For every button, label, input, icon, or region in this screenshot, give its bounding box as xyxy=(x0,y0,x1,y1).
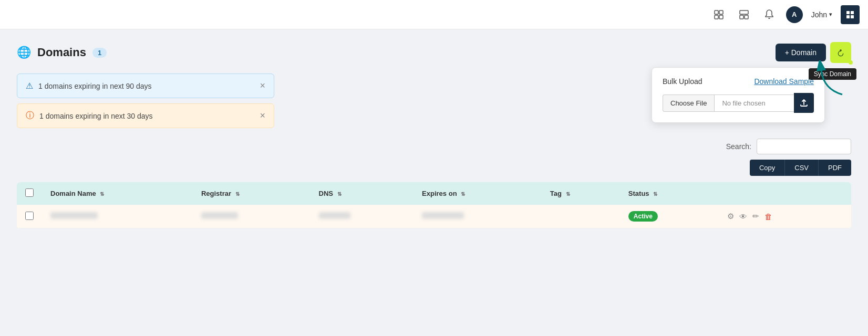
sort-icon-expires[interactable]: ⇅ xyxy=(461,191,465,197)
bulk-upload-dropdown: Bulk Upload Download Sample Choose File … xyxy=(652,67,825,123)
header-dns: DNS ⇅ xyxy=(311,182,414,205)
page-title-group: 🌐 Domains 1 xyxy=(17,46,107,59)
file-input-row: Choose File No file chosen xyxy=(663,93,814,113)
row-actions: ⚙ 👁 ✏ 🗑 xyxy=(727,212,843,221)
blurred-domain xyxy=(50,212,98,219)
blurred-registrar xyxy=(201,212,238,219)
sort-icon-status[interactable]: ⇅ xyxy=(653,191,657,197)
upload-icon xyxy=(800,99,808,107)
upload-file-button[interactable] xyxy=(794,93,814,113)
svg-rect-1 xyxy=(719,10,723,14)
alert-30-text: 1 domains expiring in next 30 days xyxy=(39,112,254,120)
svg-rect-10 xyxy=(851,15,854,18)
topbar-action-button[interactable] xyxy=(841,5,860,24)
svg-rect-3 xyxy=(719,15,723,19)
bell-icon[interactable] xyxy=(761,6,778,23)
sort-icon-tag[interactable]: ⇅ xyxy=(566,191,570,197)
cell-actions: ⚙ 👁 ✏ 🗑 xyxy=(719,205,851,228)
copy-button[interactable]: Copy xyxy=(750,160,784,176)
settings-icon[interactable]: ⚙ xyxy=(727,212,734,221)
sort-icon-registrar[interactable]: ⇅ xyxy=(235,191,240,197)
header-registrar: Registrar ⇅ xyxy=(193,182,311,205)
main-content: 🌐 Domains 1 + Domain xyxy=(0,29,868,241)
topbar: A John ▾ xyxy=(0,0,868,29)
alert-30-close-button[interactable]: × xyxy=(260,110,265,121)
avatar[interactable]: A xyxy=(786,6,803,23)
row-checkbox-cell xyxy=(17,205,42,228)
row-checkbox[interactable] xyxy=(25,212,34,220)
header-actions: + Domain xyxy=(776,42,851,63)
cell-tag xyxy=(542,205,620,228)
cell-registrar xyxy=(193,205,311,228)
topbar-icons: A John ▾ xyxy=(710,5,860,24)
svg-rect-0 xyxy=(715,10,718,14)
bulk-upload-label: Bulk Upload xyxy=(663,77,702,86)
view-icon[interactable]: 👁 xyxy=(739,212,747,221)
blurred-dns xyxy=(319,212,350,219)
download-sample-link[interactable]: Download Sample xyxy=(754,77,814,86)
username-dropdown[interactable]: John ▾ xyxy=(811,10,832,19)
search-input[interactable] xyxy=(757,139,851,154)
delete-icon[interactable]: 🗑 xyxy=(764,212,772,221)
svg-rect-2 xyxy=(715,15,718,19)
svg-rect-8 xyxy=(851,11,854,14)
header-status: Status ⇅ xyxy=(620,182,719,205)
grid-icon[interactable] xyxy=(710,6,727,23)
svg-rect-4 xyxy=(740,10,748,14)
file-name-display: No file chosen xyxy=(714,94,794,112)
info-icon: ⓘ xyxy=(26,110,34,121)
add-domain-button[interactable]: + Domain xyxy=(776,44,826,61)
status-badge: Active xyxy=(628,211,658,222)
header-expires: Expires on ⇅ xyxy=(414,182,542,205)
pdf-button[interactable]: PDF xyxy=(818,160,851,176)
sync-domain-button[interactable] xyxy=(830,42,851,63)
svg-rect-6 xyxy=(745,15,748,19)
alert-90-close-button[interactable]: × xyxy=(260,80,265,91)
svg-rect-5 xyxy=(740,15,743,19)
header-actions xyxy=(719,182,851,205)
sort-icon-domain[interactable]: ⇅ xyxy=(100,191,104,197)
header-tag: Tag ⇅ xyxy=(542,182,620,205)
sync-button-container: Sync Domain Bulk Upload Download Sample … xyxy=(830,42,851,63)
cell-status: Active xyxy=(620,205,719,228)
username-label: John xyxy=(811,10,827,19)
header-checkbox-cell xyxy=(17,182,42,205)
cell-dns xyxy=(311,205,414,228)
header-domain-name: Domain Name ⇅ xyxy=(42,182,193,205)
chevron-down-icon: ▾ xyxy=(829,11,832,18)
sync-icon xyxy=(838,48,844,57)
search-label: Search: xyxy=(726,142,751,151)
blurred-expires xyxy=(422,212,464,219)
table-controls: Search: xyxy=(17,139,851,154)
globe-icon: 🌐 xyxy=(17,46,31,59)
teal-arrow-indicator xyxy=(813,60,850,99)
svg-rect-9 xyxy=(846,15,850,18)
svg-rect-7 xyxy=(846,11,850,14)
choose-file-button[interactable]: Choose File xyxy=(663,94,714,112)
sort-icon-dns[interactable]: ⇅ xyxy=(337,191,342,197)
dropdown-header-row: Bulk Upload Download Sample xyxy=(663,77,814,86)
edit-icon[interactable]: ✏ xyxy=(752,212,759,221)
layout-icon[interactable] xyxy=(736,6,752,23)
warning-icon: ⚠ xyxy=(26,81,33,91)
csv-button[interactable]: CSV xyxy=(784,160,818,176)
table-export-buttons: Copy CSV PDF xyxy=(17,160,851,176)
domain-table: Domain Name ⇅ Registrar ⇅ DNS ⇅ Expires … xyxy=(17,182,851,228)
table-row: Active ⚙ 👁 ✏ 🗑 xyxy=(17,205,851,228)
alert-30-days: ⓘ 1 domains expiring in next 30 days × xyxy=(17,103,274,128)
table-header-row: Domain Name ⇅ Registrar ⇅ DNS ⇅ Expires … xyxy=(17,182,851,205)
cell-domain-name xyxy=(42,205,193,228)
select-all-checkbox[interactable] xyxy=(25,188,34,197)
page-title: Domains xyxy=(37,46,86,59)
alert-90-text: 1 domains expiring in next 90 days xyxy=(38,82,254,90)
cell-expires xyxy=(414,205,542,228)
page-header: 🌐 Domains 1 + Domain xyxy=(17,42,851,63)
alert-90-days: ⚠ 1 domains expiring in next 90 days × xyxy=(17,74,274,98)
domain-count-badge: 1 xyxy=(92,48,107,58)
